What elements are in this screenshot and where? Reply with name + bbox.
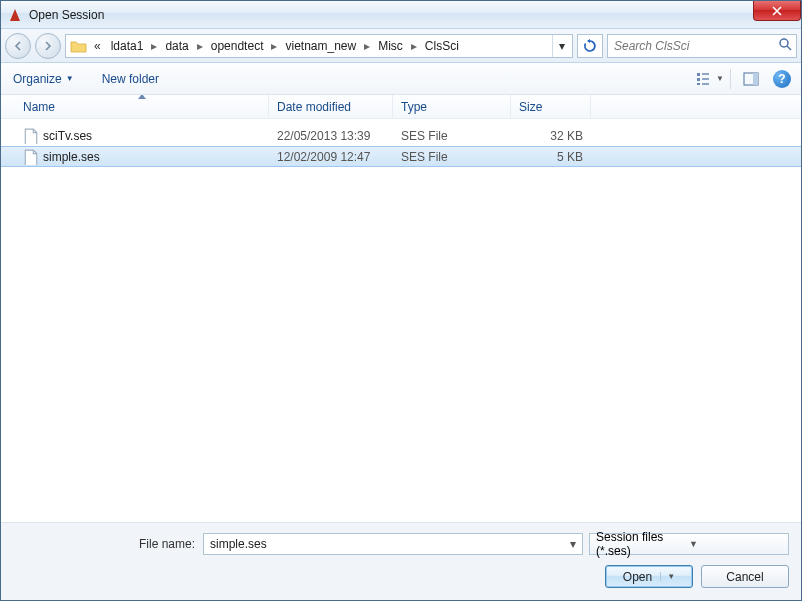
preview-pane-icon <box>743 72 759 86</box>
svg-marker-1 <box>587 39 590 43</box>
refresh-icon <box>583 39 597 53</box>
chevron-down-icon: ▼ <box>716 74 724 83</box>
filename-dropdown[interactable]: ▾ <box>564 534 582 554</box>
forward-button[interactable] <box>35 33 61 59</box>
file-date: 22/05/2013 13:39 <box>269 129 393 143</box>
search-icon <box>778 37 792 54</box>
file-size: 5 KB <box>511 150 591 164</box>
svg-point-2 <box>780 39 788 47</box>
bottom-panel: File name: ▾ Session files (*.ses) ▼ Ope… <box>1 523 801 600</box>
chevron-right-icon: ▸ <box>362 39 372 53</box>
refresh-button[interactable] <box>577 34 603 58</box>
cancel-button[interactable]: Cancel <box>701 565 789 588</box>
breadcrumb-item[interactable]: vietnam_new <box>279 39 362 53</box>
organize-label: Organize <box>13 72 62 86</box>
help-icon: ? <box>778 72 785 86</box>
column-header-type[interactable]: Type <box>393 95 511 118</box>
breadcrumb-dropdown[interactable]: ▾ <box>552 35 570 57</box>
back-arrow-icon <box>12 40 24 52</box>
filename-input[interactable] <box>204 537 564 551</box>
svg-rect-5 <box>697 78 700 81</box>
search-input[interactable] <box>612 38 778 54</box>
help-button[interactable]: ? <box>773 70 791 88</box>
sort-ascending-icon <box>138 95 146 99</box>
folder-icon <box>70 37 88 55</box>
breadcrumb-prefix[interactable]: « <box>90 39 105 53</box>
nav-bar: « ldata1 ▸ data ▸ opendtect ▸ vietnam_ne… <box>1 29 801 63</box>
new-folder-button[interactable]: New folder <box>100 68 161 90</box>
file-type: SES File <box>393 150 511 164</box>
column-header-size[interactable]: Size <box>511 95 591 118</box>
breadcrumb-item[interactable]: Misc <box>372 39 409 53</box>
column-header-name[interactable]: Name <box>15 95 269 118</box>
column-headers: Name Date modified Type Size <box>1 95 801 119</box>
chevron-down-icon: ▼ <box>689 539 782 549</box>
title-bar: Open Session <box>1 1 801 29</box>
file-name: sciTv.ses <box>43 129 92 143</box>
file-icon <box>23 128 39 144</box>
new-folder-label: New folder <box>102 72 159 86</box>
svg-rect-6 <box>697 83 700 85</box>
window-title: Open Session <box>29 8 104 22</box>
file-list-body[interactable]: sciTv.ses 22/05/2013 13:39 SES File 32 K… <box>1 119 801 522</box>
svg-rect-4 <box>697 73 700 76</box>
svg-line-3 <box>787 46 791 50</box>
open-button[interactable]: Open ▼ <box>605 565 693 588</box>
filetype-filter[interactable]: Session files (*.ses) ▼ <box>589 533 789 555</box>
filename-combobox[interactable]: ▾ <box>203 533 583 555</box>
column-header-date[interactable]: Date modified <box>269 95 393 118</box>
chevron-right-icon: ▸ <box>149 39 159 53</box>
breadcrumb-item[interactable]: ldata1 <box>105 39 150 53</box>
file-name: simple.ses <box>43 150 100 164</box>
file-size: 32 KB <box>511 129 591 143</box>
view-grid-icon <box>696 72 714 86</box>
svg-rect-11 <box>753 73 758 85</box>
breadcrumb-item[interactable]: data <box>159 39 194 53</box>
chevron-right-icon: ▸ <box>269 39 279 53</box>
chevron-right-icon: ▸ <box>195 39 205 53</box>
view-options-button[interactable]: ▼ <box>696 67 724 91</box>
split-button-dropdown[interactable]: ▼ <box>660 572 675 581</box>
filter-label: Session files (*.ses) <box>596 530 689 558</box>
file-row[interactable]: sciTv.ses 22/05/2013 13:39 SES File 32 K… <box>1 125 801 146</box>
search-box[interactable] <box>607 34 797 58</box>
forward-arrow-icon <box>42 40 54 52</box>
separator <box>730 69 731 89</box>
filename-label: File name: <box>13 537 203 551</box>
organize-menu[interactable]: Organize ▼ <box>11 68 76 90</box>
svg-marker-0 <box>10 9 20 21</box>
file-icon <box>23 149 39 165</box>
close-button[interactable] <box>753 1 801 21</box>
toolbar: Organize ▼ New folder ▼ ? <box>1 63 801 95</box>
file-list: Name Date modified Type Size sciTv.ses 2… <box>1 95 801 523</box>
breadcrumb[interactable]: « ldata1 ▸ data ▸ opendtect ▸ vietnam_ne… <box>65 34 573 58</box>
file-type: SES File <box>393 129 511 143</box>
close-icon <box>772 6 782 16</box>
chevron-down-icon: ▼ <box>66 74 74 83</box>
breadcrumb-item[interactable]: opendtect <box>205 39 270 53</box>
preview-pane-button[interactable] <box>737 67 765 91</box>
chevron-right-icon: ▸ <box>409 39 419 53</box>
open-session-dialog: Open Session « ldata1 ▸ data ▸ opendtect… <box>0 0 802 601</box>
back-button[interactable] <box>5 33 31 59</box>
file-row[interactable]: simple.ses 12/02/2009 12:47 SES File 5 K… <box>1 146 801 167</box>
breadcrumb-item[interactable]: ClsSci <box>419 39 465 53</box>
app-icon <box>7 7 23 23</box>
file-date: 12/02/2009 12:47 <box>269 150 393 164</box>
